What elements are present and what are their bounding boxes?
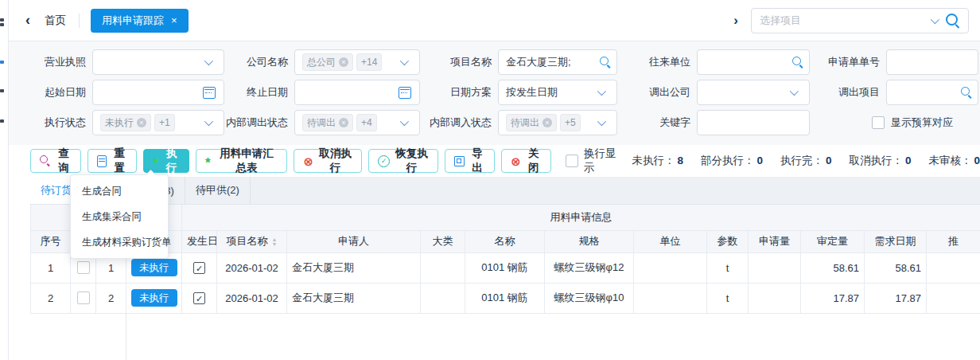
date-flag-checkbox[interactable]: ✓ bbox=[193, 292, 205, 304]
remove-tag-icon[interactable]: × bbox=[542, 118, 552, 127]
export-button[interactable]: 导出 bbox=[445, 149, 495, 173]
result-tab[interactable]: 待甲供(2) bbox=[185, 177, 251, 204]
chevron-down-icon bbox=[400, 57, 409, 65]
sort-icon[interactable]: ▲▼ bbox=[272, 237, 278, 247]
menu-item[interactable]: 生成集采合同 bbox=[71, 204, 168, 229]
column-header[interactable]: 序号 bbox=[31, 230, 71, 252]
search-icon[interactable] bbox=[599, 56, 612, 68]
menu-item[interactable]: 生成合同 bbox=[71, 178, 168, 204]
sidebar-handle-icon[interactable] bbox=[0, 23, 4, 26]
selected-tags: 总公司×+14 bbox=[302, 53, 397, 71]
column-header[interactable]: 大类 bbox=[421, 230, 465, 252]
table-row[interactable]: 22未执行✓2026-01-02金石大厦三期0101 钢筋螺纹三级钢φ10t17… bbox=[31, 283, 980, 313]
search-icon bbox=[40, 155, 51, 166]
search-icon[interactable] bbox=[945, 13, 960, 28]
execute-status-select[interactable]: 未执行×+1 bbox=[92, 110, 224, 135]
row-select-checkbox[interactable] bbox=[77, 292, 90, 304]
more-tags-chip: +1 bbox=[154, 114, 175, 131]
internal-out-status-select[interactable]: 待调出×+4 bbox=[294, 110, 420, 135]
table-cell: 螺纹三级钢φ12 bbox=[545, 252, 634, 283]
date-flag-checkbox[interactable]: ✓ bbox=[193, 262, 205, 274]
keyword-input[interactable] bbox=[697, 110, 810, 135]
application-no-input[interactable] bbox=[886, 49, 978, 75]
more-tags-chip: +4 bbox=[356, 114, 377, 131]
back-icon[interactable]: ‹ bbox=[25, 12, 30, 29]
counter-label: 未执行： bbox=[632, 155, 675, 166]
table-cell: 17.87 bbox=[865, 283, 927, 313]
column-header[interactable]: 项目名称▲▼ bbox=[217, 230, 287, 252]
column-header[interactable]: 发生日期 bbox=[182, 230, 217, 252]
selected-tags: 待调出×+4 bbox=[302, 114, 397, 131]
material-summary-button[interactable]: *用料申请汇总表 bbox=[196, 149, 287, 173]
filter-label: 内部调出状态 bbox=[224, 115, 288, 130]
column-header[interactable]: 审定量 bbox=[801, 230, 865, 252]
counterparty-search[interactable] bbox=[697, 49, 810, 75]
resume-execute-button[interactable]: ✓恢复执行 bbox=[368, 149, 438, 173]
burst-icon: * bbox=[153, 160, 158, 166]
start-date-picker[interactable] bbox=[92, 80, 224, 105]
chevron-down-icon bbox=[204, 117, 213, 126]
forward-icon[interactable]: › bbox=[733, 13, 738, 29]
project-name-search[interactable]: 金石大厦三期; bbox=[498, 49, 617, 75]
query-button[interactable]: 查询 bbox=[30, 149, 81, 173]
chevron-down-icon bbox=[931, 14, 939, 23]
filter-label: 调出项目 bbox=[810, 85, 880, 100]
remove-tag-icon[interactable]: × bbox=[339, 57, 348, 67]
close-button[interactable]: ⊗关闭 bbox=[501, 149, 551, 173]
result-tabs: 待订货(2)(3)待甲供(2) bbox=[30, 177, 980, 205]
reset-button[interactable]: 重置 bbox=[88, 149, 137, 173]
row-select-checkbox[interactable] bbox=[77, 261, 90, 274]
table-row[interactable]: 11未执行✓2026-01-02金石大厦三期0101 钢筋螺纹三级钢φ12t58… bbox=[31, 252, 980, 283]
end-date-picker[interactable] bbox=[294, 80, 420, 105]
column-header[interactable]: 需求日期 bbox=[865, 230, 927, 252]
column-header[interactable]: 申请人 bbox=[287, 230, 421, 252]
home-link[interactable]: 首页 bbox=[45, 14, 66, 28]
date-scheme-select[interactable]: 按发生日期 bbox=[498, 80, 617, 105]
counter-value: 0 bbox=[905, 155, 912, 166]
table-cell: 2026-01-02 bbox=[217, 283, 287, 313]
divider bbox=[79, 14, 80, 28]
filter-row: 执行状态未执行×+1内部调出状态待调出×+4内部调入状态待调出×+5关键字显示预… bbox=[8, 110, 980, 135]
checkbox-icon[interactable] bbox=[566, 155, 578, 167]
company-name-select[interactable]: 总公司×+14 bbox=[294, 49, 420, 75]
business-license-select[interactable] bbox=[92, 49, 224, 75]
column-header[interactable]: 参数 bbox=[707, 230, 749, 252]
cancel-circle-icon: ⊗ bbox=[303, 155, 313, 167]
transfer-out-project-search[interactable] bbox=[886, 80, 978, 105]
column-header[interactable]: 推 bbox=[927, 230, 980, 252]
button-label: 用料申请汇总表 bbox=[216, 147, 278, 175]
sidebar-handle-icon[interactable] bbox=[0, 18, 4, 22]
chevron-down-icon bbox=[204, 57, 213, 65]
filter-panel: 营业执照公司名称总公司×+14项目名称金石大厦三期;往来单位申请单单号起始日期终… bbox=[0, 41, 980, 145]
column-header[interactable]: 单位 bbox=[634, 230, 707, 252]
status-counter: 未执行：8 bbox=[632, 154, 683, 168]
column-header[interactable]: 名称 bbox=[465, 230, 545, 252]
wrap-display-checkbox[interactable]: 换行显示 bbox=[566, 147, 621, 175]
wrap-display-label: 换行显示 bbox=[584, 147, 621, 175]
filter-label: 营业执照 bbox=[8, 55, 86, 69]
show-budget-checkbox[interactable]: 显示预算对应 bbox=[872, 115, 953, 130]
button-label: 重置 bbox=[111, 147, 127, 175]
cancel-execute-button[interactable]: ⊗取消执行 bbox=[294, 149, 362, 173]
calendar-icon[interactable] bbox=[399, 87, 411, 99]
filter-label: 项目名称 bbox=[420, 55, 492, 69]
tab-close-icon[interactable]: × bbox=[171, 14, 177, 26]
table-cell: ✓ bbox=[182, 283, 217, 313]
column-header[interactable]: 申请量 bbox=[749, 230, 801, 252]
remove-tag-icon[interactable]: × bbox=[137, 118, 146, 127]
search-icon[interactable] bbox=[960, 86, 973, 99]
checkbox-icon[interactable] bbox=[872, 116, 885, 129]
table-cell bbox=[634, 283, 707, 313]
internal-in-status-select[interactable]: 待调出×+5 bbox=[498, 110, 617, 135]
project-select[interactable]: 选择项目 bbox=[751, 8, 969, 33]
transfer-out-company-select[interactable] bbox=[697, 80, 810, 105]
tab-material-application-tracking[interactable]: 用料申请跟踪 × bbox=[91, 9, 189, 33]
menu-item[interactable]: 生成材料采购订货单 bbox=[71, 229, 168, 255]
search-icon[interactable] bbox=[791, 56, 804, 68]
table-cell bbox=[421, 283, 465, 313]
column-header[interactable]: 规格 bbox=[545, 230, 634, 252]
calendar-icon[interactable] bbox=[203, 87, 216, 99]
status-counters: 未执行：8部分执行：0执行完：0取消执行：0未审核：0 bbox=[632, 154, 980, 168]
remove-tag-icon[interactable]: × bbox=[339, 118, 348, 127]
sidebar-item-sliver bbox=[0, 61, 4, 64]
